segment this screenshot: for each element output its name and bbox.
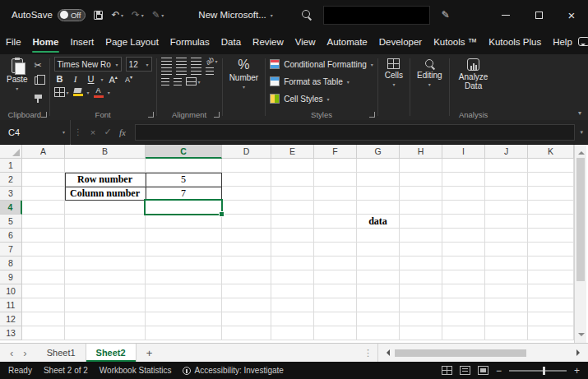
column-header-i[interactable]: I	[442, 145, 485, 159]
cell-j2[interactable]	[485, 173, 528, 187]
copy-button[interactable]: ▾	[35, 74, 45, 87]
horizontal-scrollbar[interactable]	[377, 344, 588, 362]
cell-g1[interactable]	[357, 159, 400, 173]
document-title[interactable]: New Microsoft... ▾	[198, 10, 272, 20]
format-painter-button[interactable]	[35, 90, 45, 103]
cell-a10[interactable]	[22, 284, 65, 298]
cell-d12[interactable]	[222, 312, 271, 326]
cell-a12[interactable]	[22, 312, 65, 326]
cell-f6[interactable]	[314, 229, 357, 243]
formula-bar-expand-chevron[interactable]: ▾	[580, 129, 588, 136]
column-header-a[interactable]: A	[22, 145, 65, 159]
redo-button[interactable]: ↷▾	[132, 9, 144, 21]
search-button[interactable]	[301, 9, 312, 21]
cell-h7[interactable]	[400, 243, 442, 257]
cell-g12[interactable]	[357, 312, 400, 326]
cell-h4[interactable]	[400, 201, 442, 215]
row-header-8[interactable]: 8	[0, 257, 22, 270]
cell-d11[interactable]	[222, 298, 271, 312]
tab-automate[interactable]: Automate	[322, 30, 373, 54]
horizontal-scroll-thumb[interactable]	[395, 349, 526, 357]
cell-i12[interactable]	[442, 312, 485, 326]
cell-i8[interactable]	[442, 257, 485, 270]
cell-f13[interactable]	[314, 326, 357, 340]
decrease-indent-button[interactable]	[161, 78, 169, 86]
align-left-button[interactable]	[161, 67, 172, 75]
column-header-b[interactable]: B	[65, 145, 146, 159]
paste-button[interactable]: Paste ▾	[4, 57, 30, 93]
cell-k2[interactable]	[528, 173, 574, 187]
add-sheet-button[interactable]: +	[137, 344, 163, 362]
align-bottom-button[interactable]	[191, 58, 201, 65]
cell-f4[interactable]	[314, 201, 357, 215]
cell-i9[interactable]	[442, 270, 485, 284]
zoom-slider-thumb[interactable]	[543, 367, 545, 375]
cell-h3[interactable]	[400, 187, 442, 201]
cell-f3[interactable]	[314, 187, 357, 201]
cell-j13[interactable]	[485, 326, 528, 340]
column-header-g[interactable]: G	[357, 145, 400, 159]
cell-b2[interactable]: Row number	[65, 173, 146, 187]
cell-g6[interactable]	[357, 229, 400, 243]
insert-function-button[interactable]: fx	[115, 127, 130, 137]
cell-b7[interactable]	[65, 243, 146, 257]
cell-b13[interactable]	[65, 326, 146, 340]
cell-f12[interactable]	[314, 312, 357, 326]
cell-a6[interactable]	[22, 229, 65, 243]
cell-b9[interactable]	[65, 270, 146, 284]
cell-i5[interactable]	[442, 215, 485, 229]
cell-k5[interactable]	[528, 215, 574, 229]
column-header-c[interactable]: C	[146, 145, 222, 159]
cell-c3[interactable]: 7	[146, 187, 222, 201]
align-right-button[interactable]	[191, 67, 201, 75]
cell-d10[interactable]	[222, 284, 271, 298]
font-size-combo[interactable]: 12▾	[126, 57, 152, 72]
cells-button[interactable]: Cells ▾	[382, 57, 405, 89]
cell-c1[interactable]	[146, 159, 222, 173]
align-center-button[interactable]	[176, 67, 187, 75]
row-header-13[interactable]: 13	[0, 326, 22, 340]
row-header-11[interactable]: 11	[0, 298, 22, 312]
cell-j11[interactable]	[485, 298, 528, 312]
cell-j12[interactable]	[485, 312, 528, 326]
cell-a3[interactable]	[22, 187, 65, 201]
cell-a7[interactable]	[22, 243, 65, 257]
autosave-toggle[interactable]: AutoSave Off	[12, 9, 86, 21]
dialog-launcher-icon[interactable]	[148, 112, 154, 118]
cell-a1[interactable]	[22, 159, 65, 173]
cell-k1[interactable]	[528, 159, 574, 173]
zoom-slider[interactable]	[509, 370, 567, 372]
tab-page-layout[interactable]: Page Layout	[100, 30, 164, 54]
cell-g5[interactable]: data	[357, 215, 400, 229]
cell-d6[interactable]	[222, 229, 271, 243]
cell-i6[interactable]	[442, 229, 485, 243]
ribbon-collapse-chevron[interactable]: ▾	[578, 109, 588, 120]
pen-icon[interactable]: ✎	[442, 9, 450, 21]
cell-h9[interactable]	[400, 270, 442, 284]
fill-color-button[interactable]	[73, 88, 83, 96]
cell-b10[interactable]	[65, 284, 146, 298]
cell-f5[interactable]	[314, 215, 357, 229]
font-color-button[interactable]: A	[94, 87, 104, 98]
vertical-scroll-thumb[interactable]	[576, 158, 585, 281]
cell-d1[interactable]	[222, 159, 271, 173]
column-header-j[interactable]: J	[485, 145, 528, 159]
cell-j7[interactable]	[485, 243, 528, 257]
italic-button[interactable]: I	[70, 74, 81, 84]
row-header-7[interactable]: 7	[0, 243, 22, 257]
name-box[interactable]: C4 ▾	[0, 120, 71, 145]
confirm-entry-button[interactable]: ✓	[100, 127, 115, 137]
row-header-10[interactable]: 10	[0, 284, 22, 298]
cell-b12[interactable]	[65, 312, 146, 326]
wrap-text-button[interactable]	[206, 67, 214, 75]
tab-insert[interactable]: Insert	[64, 30, 100, 54]
sheet-bar-splitter[interactable]: ⋮	[359, 344, 377, 362]
cell-b11[interactable]	[65, 298, 146, 312]
next-sheet-button[interactable]: ›	[23, 347, 26, 359]
dialog-launcher-icon[interactable]	[214, 112, 220, 118]
cell-e1[interactable]	[271, 159, 314, 173]
cell-k8[interactable]	[528, 257, 574, 270]
number-format-button[interactable]: % Number ▾	[227, 57, 262, 91]
close-button[interactable]: ×	[555, 0, 588, 30]
row-header-2[interactable]: 2	[0, 173, 22, 187]
